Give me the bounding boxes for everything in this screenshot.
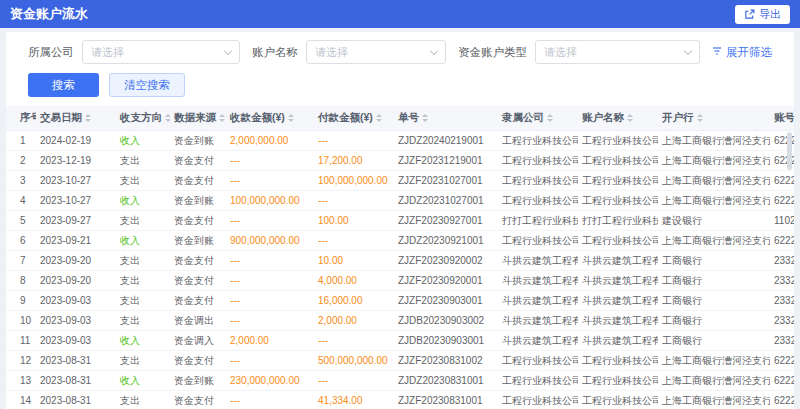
cell-source: 资金调入 [170, 331, 226, 351]
account-type-select[interactable]: 请选择 [535, 40, 700, 64]
sort-icon[interactable] [697, 111, 703, 125]
cell-no: 12 [6, 351, 36, 371]
cell-source: 资金支付 [170, 151, 226, 171]
cell-no: 1 [6, 131, 36, 151]
cell-direction: 支出 [116, 211, 170, 231]
cell-receipt: --- [226, 291, 314, 311]
cell-order_no: ZJZF20231027001 [394, 171, 498, 191]
table-row: 62023-09-21收入资金到账900,000,000.00---ZJDZ20… [6, 231, 794, 251]
page-header: 资金账户流水 导出 [0, 0, 800, 28]
cell-date: 2023-09-20 [36, 271, 116, 291]
cell-source: 资金到账 [170, 231, 226, 251]
flow-table: 序号交易日期收支方向数据来源收款金额(¥)付款金额(¥)单号隶属公司账户名称开户… [6, 106, 794, 409]
cell-direction: 支出 [116, 271, 170, 291]
cell-no: 6 [6, 231, 36, 251]
column-header-2[interactable]: 收支方向 [116, 106, 170, 131]
expand-filter-label: 展开筛选 [726, 45, 772, 60]
table-row: 22023-12-19支出资金支付---17,200.00ZJZF2023121… [6, 151, 794, 171]
cell-date: 2024-02-19 [36, 131, 116, 151]
cell-source: 资金到账 [170, 371, 226, 391]
sort-icon[interactable] [85, 111, 91, 125]
sort-icon[interactable] [627, 111, 633, 125]
cell-account_name: 工程行业科技公司 [578, 131, 658, 151]
cell-direction: 收入 [116, 131, 170, 151]
cell-date: 2023-09-27 [36, 211, 116, 231]
table-row: 32023-10-27支出资金支付---100,000,000.00ZJZF20… [6, 171, 794, 191]
column-header-10[interactable]: 账号 [770, 106, 794, 131]
cell-receipt: --- [226, 311, 314, 331]
cell-payment: 17,200.00 [314, 151, 394, 171]
sort-icon[interactable] [288, 111, 294, 125]
cell-payment: --- [314, 231, 394, 251]
table-row: 122023-08-31支出资金支付---500,000,000.00ZJZF2… [6, 351, 794, 371]
column-header-6[interactable]: 单号 [394, 106, 498, 131]
cell-receipt: --- [226, 151, 314, 171]
vertical-scrollbar[interactable] [787, 132, 792, 170]
cell-direction: 收入 [116, 371, 170, 391]
table-row: 112023-09-03收入资金调入2,000.00---ZJDB2023090… [6, 331, 794, 351]
table-row: 132023-08-31收入资金到账230,000,000.00---ZJDZ2… [6, 371, 794, 391]
cell-account_name: 工程行业科技公司 [578, 191, 658, 211]
sort-icon[interactable] [165, 111, 170, 125]
table-row: 142023-08-31支出资金支付---41,334.00ZJZF202308… [6, 391, 794, 409]
cell-no: 5 [6, 211, 36, 231]
cell-bank: 建设银行 [658, 211, 770, 231]
sort-icon[interactable] [376, 111, 382, 125]
cell-company: 工程行业科技公司 [498, 391, 578, 409]
export-button[interactable]: 导出 [735, 5, 790, 24]
cell-order_no: ZJZF20230903001 [394, 291, 498, 311]
cell-receipt: --- [226, 251, 314, 271]
cell-receipt: 100,000,000.00 [226, 191, 314, 211]
cell-direction: 收入 [116, 231, 170, 251]
cell-account_name: 工程行业科技公司 [578, 371, 658, 391]
sort-icon[interactable] [547, 111, 553, 125]
cell-source: 资金支付 [170, 391, 226, 409]
cell-account_name: 工程行业科技公司 [578, 171, 658, 191]
cell-order_no: ZJZF20230927001 [394, 211, 498, 231]
cell-payment: 2,000.00 [314, 311, 394, 331]
company-label: 所属公司 [28, 45, 74, 60]
account-name-placeholder: 请选择 [315, 45, 348, 60]
table-row: 82023-09-20支出资金支付---4,000.00ZJZF20230920… [6, 271, 794, 291]
cell-bank: 上海工商银行漕河泾支行 [658, 191, 770, 211]
column-header-9[interactable]: 开户行 [658, 106, 770, 131]
cell-account_name: 斗拱云建筑工程有限公司 [578, 291, 658, 311]
cell-company: 斗拱云建筑工程有限公司 [498, 311, 578, 331]
search-button[interactable]: 搜索 [28, 73, 99, 97]
column-header-8[interactable]: 账户名称 [578, 106, 658, 131]
cell-payment: 500,000,000.00 [314, 351, 394, 371]
account-name-select[interactable]: 请选择 [306, 40, 446, 64]
company-select[interactable]: 请选择 [82, 40, 240, 64]
chevron-down-icon [684, 46, 692, 54]
cell-company: 工程行业科技公司 [498, 191, 578, 211]
cell-order_no: ZJDZ20230921001 [394, 231, 498, 251]
column-header-5[interactable]: 付款金额(¥) [314, 106, 394, 131]
cell-bank: 上海工商银行漕河泾支行 [658, 231, 770, 251]
clear-search-button[interactable]: 清空搜索 [109, 73, 185, 97]
cell-direction: 支出 [116, 291, 170, 311]
table-row: 102023-09-03支出资金调出---2,000.00ZJDB2023090… [6, 311, 794, 331]
cell-direction: 支出 [116, 391, 170, 409]
company-select-placeholder: 请选择 [91, 45, 124, 60]
cell-order_no: ZJDB20230903002 [394, 311, 498, 331]
sort-icon[interactable] [219, 111, 225, 125]
column-header-3[interactable]: 数据来源 [170, 106, 226, 131]
cell-order_no: ZJZF20230920001 [394, 271, 498, 291]
cell-account_name: 斗拱云建筑工程有限公司 [578, 331, 658, 351]
sort-icon[interactable] [422, 111, 428, 125]
column-header-7[interactable]: 隶属公司 [498, 106, 578, 131]
column-label: 收款金额(¥) [230, 111, 285, 123]
column-header-0: 序号 [6, 106, 36, 131]
cell-no: 13 [6, 371, 36, 391]
cell-account_no: 62223011 [770, 351, 794, 371]
expand-filter-link[interactable]: 展开筛选 [712, 45, 772, 60]
filter-group-company: 所属公司 请选择 [28, 40, 240, 64]
cell-receipt: --- [226, 271, 314, 291]
column-label: 数据来源 [174, 111, 216, 123]
cell-account_no: 110229823 [770, 211, 794, 231]
cell-date: 2023-10-27 [36, 191, 116, 211]
column-header-4[interactable]: 收款金额(¥) [226, 106, 314, 131]
column-header-1[interactable]: 交易日期 [36, 106, 116, 131]
cell-payment: --- [314, 131, 394, 151]
cell-bank: 工商银行 [658, 291, 770, 311]
